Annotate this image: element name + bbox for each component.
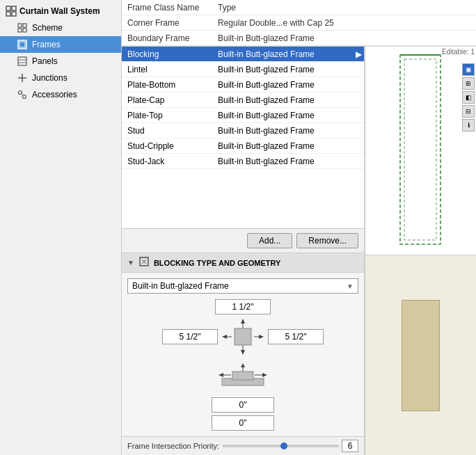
sidebar-item-frames[interactable]: Frames [0, 36, 121, 53]
tool-select-btn[interactable]: ▣ [462, 63, 475, 76]
frame-properties: Frame Class Name Type Corner Frame Regul… [122, 0, 476, 47]
table-row[interactable]: Plate-Top Built-in Butt-glazed Frame [122, 108, 364, 123]
svg-rect-6 [18, 29, 22, 32]
table-row[interactable]: Blocking Built-in Butt-glazed Frame ▶ [122, 47, 364, 62]
svg-rect-2 [6, 12, 10, 16]
blocking-type-dropdown[interactable]: Built-in Butt-glazed Frame ▼ [127, 278, 358, 294]
svg-rect-31 [232, 372, 253, 380]
accessories-label: Accessories [32, 90, 77, 99]
dim-bottom1-input[interactable] [212, 397, 274, 413]
svg-marker-38 [262, 373, 267, 377]
table-row[interactable]: Stud-Jack Built-in Butt-glazed Frame [122, 154, 364, 169]
frame-list-panel: Blocking Built-in Butt-glazed Frame ▶ Li… [122, 47, 365, 455]
curtain-wall-svg [393, 52, 449, 247]
frame-buttons-bar: Add... Remove... [122, 228, 364, 253]
scheme-icon [17, 22, 28, 33]
intersection-label: Frame Intersection Priority: [127, 442, 219, 450]
bottom-diagram-svg [219, 363, 267, 392]
frame-preview-rect [402, 300, 440, 411]
blocking-content: Built-in Butt-glazed Frame ▼ [122, 273, 364, 436]
tool-info-btn[interactable]: ℹ [462, 119, 475, 131]
scheme-label: Scheme [32, 23, 63, 33]
frame-type-stud-jack: Built-in Butt-glazed Frame [212, 154, 353, 168]
table-row[interactable]: Lintel Built-in Butt-glazed Frame [122, 62, 364, 77]
svg-rect-10 [18, 57, 26, 65]
frame-name-stud-cripple: Stud-Cripple [122, 139, 212, 153]
tool-layer-btn[interactable]: ◧ [462, 91, 475, 104]
frame-class-name-row: Frame Class Name Type [122, 0, 476, 15]
svg-rect-4 [18, 24, 22, 27]
sidebar-item-junctions[interactable]: Junctions [0, 70, 121, 86]
frame-name-stud: Stud [122, 124, 212, 138]
svg-point-15 [19, 91, 22, 95]
app-title-text: Curtain Wall System [19, 6, 100, 16]
dimension-area [127, 299, 358, 431]
table-row[interactable]: Plate-Bottom Built-in Butt-glazed Frame [122, 77, 364, 93]
corner-frame-value: Regular Double...e with Cap 25 [212, 16, 476, 30]
frame-type-stud: Built-in Butt-glazed Frame [212, 124, 353, 138]
svg-rect-39 [400, 55, 441, 244]
frame-name-plate-cap: Plate-Cap [122, 93, 212, 107]
frame-name-plate-top: Plate-Top [122, 109, 212, 122]
svg-marker-33 [241, 363, 245, 367]
frame-list: Blocking Built-in Butt-glazed Frame ▶ Li… [122, 47, 364, 228]
blocking-section-icon [138, 256, 150, 269]
corner-frame-label: Corner Frame [122, 16, 212, 30]
slider-thumb[interactable] [280, 442, 287, 449]
dim-top-input[interactable] [215, 299, 271, 314]
frame-type-plate-top: Built-in Butt-glazed Frame [212, 109, 353, 122]
tool-zoom-btn[interactable]: ⊞ [462, 77, 475, 90]
collapse-icon[interactable]: ▼ [127, 259, 134, 266]
frame-type-plate-bottom: Built-in Butt-glazed Frame [212, 78, 353, 92]
svg-marker-22 [241, 319, 245, 324]
accessories-icon [17, 89, 28, 100]
dim-right-input[interactable] [268, 329, 324, 344]
blocking-header-label: BLOCKING TYPE AND GEOMETRY [154, 259, 281, 267]
svg-rect-29 [235, 328, 251, 345]
frames-label: Frames [32, 40, 61, 49]
sidebar-item-panels[interactable]: Panels [0, 53, 121, 70]
corner-frame-row: Corner Frame Regular Double...e with Cap… [122, 15, 476, 31]
panels-icon [17, 56, 28, 67]
frame-class-name-value: Type [212, 1, 476, 15]
dim-bottom2-input[interactable] [212, 415, 274, 431]
frame-type-plate-cap: Built-in Butt-glazed Frame [212, 93, 353, 107]
table-row[interactable]: Plate-Cap Built-in Butt-glazed Frame [122, 93, 364, 108]
boundary-frame-label: Boundary Frame [122, 31, 212, 45]
dim-left-input[interactable] [162, 329, 218, 344]
sidebar-item-scheme[interactable]: Scheme [0, 19, 121, 36]
table-row[interactable]: Stud-Cripple Built-in Butt-glazed Frame [122, 138, 364, 154]
svg-marker-36 [219, 373, 223, 377]
dropdown-arrow-icon: ▼ [347, 282, 354, 290]
arrow-icon: ▶ [353, 49, 364, 59]
frame-type-lintel: Built-in Butt-glazed Frame [212, 63, 353, 77]
editable-badge: Editable: 1 [442, 48, 475, 56]
main-content: Frame Class Name Type Corner Frame Regul… [122, 0, 476, 455]
table-row[interactable]: Stud Built-in Butt-glazed Frame [122, 123, 364, 138]
block-diagram [222, 319, 264, 355]
frame-class-name-label: Frame Class Name [122, 1, 212, 15]
svg-line-17 [22, 94, 23, 95]
svg-rect-1 [12, 6, 16, 10]
frame-name-plate-bottom: Plate-Bottom [122, 78, 212, 92]
panels-label: Panels [32, 56, 58, 66]
slider-container [222, 440, 358, 452]
app-title: Curtain Wall System [0, 3, 121, 19]
add-button[interactable]: Add... [247, 233, 292, 248]
svg-marker-26 [222, 335, 227, 339]
bottom-diagram [219, 363, 267, 394]
tool-pan-btn[interactable]: ⊟ [462, 105, 475, 118]
svg-rect-0 [6, 6, 10, 10]
sidebar-item-accessories[interactable]: Accessories [0, 86, 121, 103]
remove-button[interactable]: Remove... [296, 233, 358, 248]
blocking-type-value: Built-in Butt-glazed Frame [132, 281, 347, 291]
boundary-frame-row: Boundary Frame Built-in Butt-glazed Fram… [122, 31, 476, 46]
svg-rect-3 [12, 12, 16, 16]
frame-name-stud-jack: Stud-Jack [122, 154, 212, 168]
preview-panel: Editable: 1 ▣ ⊞ ◧ ⊟ [365, 47, 476, 455]
frame-name-blocking: Blocking [122, 47, 212, 61]
app-icon [6, 6, 17, 17]
intersection-value-input[interactable] [342, 440, 358, 452]
frame-type-blocking: Built-in Butt-glazed Frame [212, 47, 353, 61]
svg-rect-9 [19, 42, 25, 47]
